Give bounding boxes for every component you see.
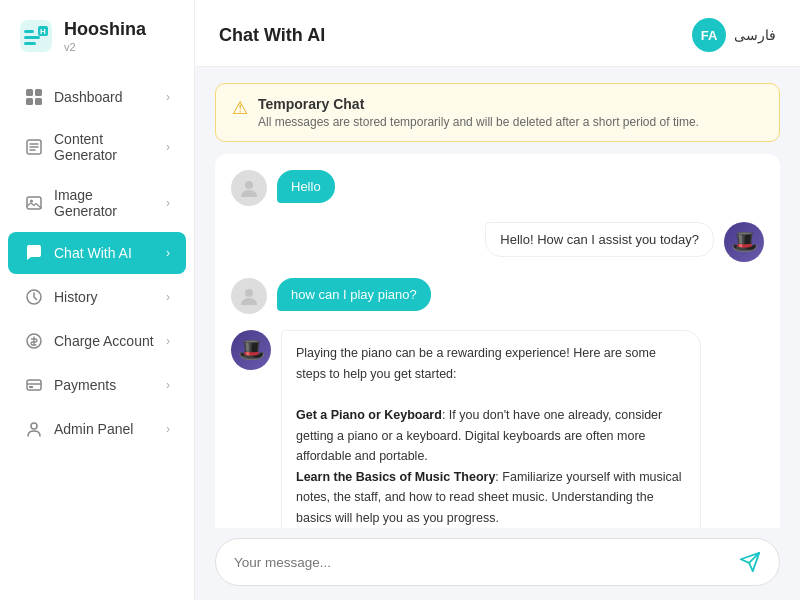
sidebar: H Hooshina v2 Dashboard › bbox=[0, 0, 195, 600]
user-message-3-bubble: how can I play piano? bbox=[277, 278, 431, 311]
sidebar-item-dashboard[interactable]: Dashboard › bbox=[8, 76, 186, 118]
dashboard-label: Dashboard bbox=[54, 89, 156, 105]
chat-with-ai-label: Chat With AI bbox=[54, 245, 156, 261]
dashboard-chevron: › bbox=[166, 90, 170, 104]
bot-avatar-1: 🎩 bbox=[724, 222, 764, 262]
content-icon bbox=[24, 137, 44, 157]
svg-rect-9 bbox=[35, 98, 42, 105]
svg-point-22 bbox=[245, 181, 253, 189]
temp-banner-title: Temporary Chat bbox=[258, 96, 699, 112]
message-3: how can I play piano? bbox=[231, 278, 764, 314]
user-message-1-bubble: Hello bbox=[277, 170, 335, 203]
chat-with-ai-chevron: › bbox=[166, 246, 170, 260]
user-avatar-1 bbox=[231, 170, 267, 206]
sidebar-item-admin-panel[interactable]: Admin Panel › bbox=[8, 408, 186, 450]
svg-rect-18 bbox=[27, 380, 41, 390]
chat-container: ⚠ Temporary Chat All messages are stored… bbox=[195, 67, 800, 528]
payments-icon bbox=[24, 375, 44, 395]
message-input[interactable] bbox=[234, 555, 725, 570]
svg-point-23 bbox=[245, 289, 253, 297]
sidebar-item-history[interactable]: History › bbox=[8, 276, 186, 318]
temp-chat-banner: ⚠ Temporary Chat All messages are stored… bbox=[215, 83, 780, 142]
sidebar-item-image-generator[interactable]: Image Generator › bbox=[8, 176, 186, 230]
logo-area: H Hooshina v2 bbox=[0, 0, 194, 66]
svg-rect-8 bbox=[26, 98, 33, 105]
temp-banner-desc: All messages are stored temporarily and … bbox=[258, 115, 699, 129]
admin-panel-chevron: › bbox=[166, 422, 170, 436]
history-chevron: › bbox=[166, 290, 170, 304]
content-generator-chevron: › bbox=[166, 140, 170, 154]
svg-rect-7 bbox=[35, 89, 42, 96]
history-label: History bbox=[54, 289, 156, 305]
message-1: Hello bbox=[231, 170, 764, 206]
main-header: Chat With AI FA فارسی bbox=[195, 0, 800, 67]
bot-message-4-bubble: Playing the piano can be a rewarding exp… bbox=[281, 330, 701, 528]
svg-rect-20 bbox=[29, 386, 33, 388]
message-2: Hello! How can I assist you today? 🎩 bbox=[231, 222, 764, 262]
svg-rect-6 bbox=[26, 89, 33, 96]
message-4: 🎩 Playing the piano can be a rewarding e… bbox=[231, 330, 764, 528]
svg-rect-2 bbox=[24, 36, 40, 39]
sidebar-item-chat-with-ai[interactable]: Chat With AI › bbox=[8, 232, 186, 274]
history-icon bbox=[24, 287, 44, 307]
charge-icon bbox=[24, 331, 44, 351]
svg-rect-1 bbox=[24, 30, 34, 33]
payments-label: Payments bbox=[54, 377, 156, 393]
page-title: Chat With AI bbox=[219, 25, 325, 46]
bot-avatar-2: 🎩 bbox=[231, 330, 271, 370]
svg-rect-3 bbox=[24, 42, 36, 45]
charge-account-label: Charge Account bbox=[54, 333, 156, 349]
payments-chevron: › bbox=[166, 378, 170, 392]
dashboard-icon bbox=[24, 87, 44, 107]
app-version: v2 bbox=[64, 41, 146, 53]
logo-icon: H bbox=[16, 16, 56, 56]
svg-point-21 bbox=[31, 423, 37, 429]
warning-icon: ⚠ bbox=[232, 97, 248, 119]
admin-icon bbox=[24, 419, 44, 439]
user-avatar-2 bbox=[231, 278, 267, 314]
sidebar-item-payments[interactable]: Payments › bbox=[8, 364, 186, 406]
main-content: Chat With AI FA فارسی ⚠ Temporary Chat A… bbox=[195, 0, 800, 600]
svg-text:H: H bbox=[40, 27, 46, 36]
chat-icon bbox=[24, 243, 44, 263]
svg-rect-14 bbox=[27, 197, 41, 209]
lang-switcher[interactable]: FA فارسی bbox=[692, 18, 776, 52]
lang-avatar: FA bbox=[692, 18, 726, 52]
sidebar-nav: Dashboard › Content Generator › bbox=[0, 66, 194, 600]
bot-message-2-bubble: Hello! How can I assist you today? bbox=[485, 222, 714, 257]
chat-input-area bbox=[195, 528, 800, 600]
admin-panel-label: Admin Panel bbox=[54, 421, 156, 437]
send-button[interactable] bbox=[735, 547, 765, 577]
sidebar-item-content-generator[interactable]: Content Generator › bbox=[8, 120, 186, 174]
sidebar-item-charge-account[interactable]: Charge Account › bbox=[8, 320, 186, 362]
image-icon bbox=[24, 193, 44, 213]
chat-messages: Hello Hello! How can I assist you today?… bbox=[215, 154, 780, 528]
chat-input-wrap bbox=[215, 538, 780, 586]
content-generator-label: Content Generator bbox=[54, 131, 156, 163]
image-generator-label: Image Generator bbox=[54, 187, 156, 219]
app-name: Hooshina bbox=[64, 19, 146, 41]
lang-label: فارسی bbox=[734, 27, 776, 43]
image-generator-chevron: › bbox=[166, 196, 170, 210]
charge-account-chevron: › bbox=[166, 334, 170, 348]
svg-point-15 bbox=[30, 200, 33, 203]
